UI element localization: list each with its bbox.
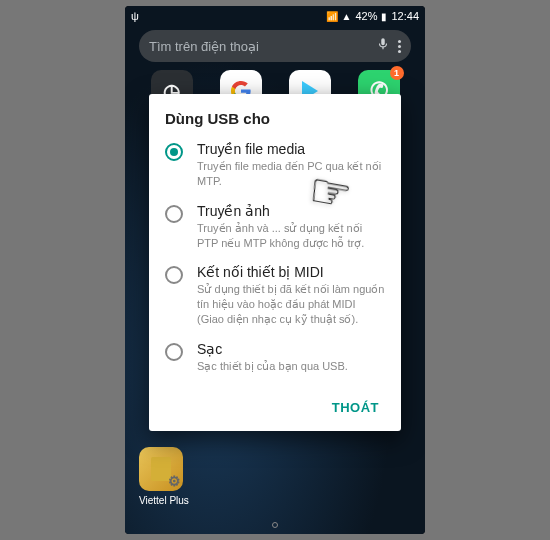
app-label: Viettel Plus xyxy=(139,495,189,506)
home-indicator-icon[interactable] xyxy=(272,522,278,528)
option-desc: Sạc thiết bị của bạn qua USB. xyxy=(197,359,348,374)
option-desc: Truyền ảnh và ... sử dụng kết nối PTP nế… xyxy=(197,221,385,251)
radio-icon[interactable] xyxy=(165,343,183,361)
exit-button[interactable]: THOÁT xyxy=(326,392,385,423)
search-placeholder: Tìm trên điện thoại xyxy=(149,39,376,54)
gear-icon: ⚙ xyxy=(168,473,181,489)
option-midi[interactable]: Kết nối thiết bị MIDI Sử dụng thiết bị đ… xyxy=(165,264,385,327)
option-title: Truyền file media xyxy=(197,141,385,157)
search-bar[interactable]: Tìm trên điện thoại xyxy=(139,30,411,62)
overflow-menu-icon[interactable] xyxy=(398,40,401,53)
radio-icon[interactable] xyxy=(165,266,183,284)
viettel-plus-app[interactable]: ⚙ Viettel Plus xyxy=(139,447,189,506)
radio-icon[interactable] xyxy=(165,143,183,161)
usb-connected-icon: ψ xyxy=(131,10,139,22)
battery-percent: 42% xyxy=(355,10,377,22)
battery-icon: ▮ xyxy=(381,11,387,22)
dialog-actions: THOÁT xyxy=(165,388,385,423)
clock-time: 12:44 xyxy=(391,10,419,22)
dialog-title: Dùng USB cho xyxy=(165,110,385,127)
option-title: Kết nối thiết bị MIDI xyxy=(197,264,385,280)
status-bar: ψ 📶 ▲ 42% ▮ 12:44 xyxy=(125,6,425,26)
option-charge[interactable]: Sạc Sạc thiết bị của bạn qua USB. xyxy=(165,341,385,374)
option-title: Sạc xyxy=(197,341,348,357)
status-left: ψ xyxy=(131,10,139,22)
usb-dialog: Dùng USB cho Truyền file media Truyền fi… xyxy=(149,94,401,431)
signal-icon: 📶 xyxy=(326,11,338,22)
phone-frame: ψ 📶 ▲ 42% ▮ 12:44 Tìm trên điện thoại ◷ … xyxy=(125,6,425,534)
notification-badge: 1 xyxy=(390,66,404,80)
sim-app-icon: ⚙ xyxy=(139,447,183,491)
option-photo-transfer[interactable]: Truyền ảnh Truyền ảnh và ... sử dụng kết… xyxy=(165,203,385,251)
status-right: 📶 ▲ 42% ▮ 12:44 xyxy=(326,10,419,22)
mic-icon[interactable] xyxy=(376,37,390,55)
wifi-icon: ▲ xyxy=(342,11,352,22)
option-desc: Truyền file media đến PC qua kết nối MTP… xyxy=(197,159,385,189)
radio-icon[interactable] xyxy=(165,205,183,223)
option-title: Truyền ảnh xyxy=(197,203,385,219)
option-desc: Sử dụng thiết bị đã kết nối làm nguồn tí… xyxy=(197,282,385,327)
